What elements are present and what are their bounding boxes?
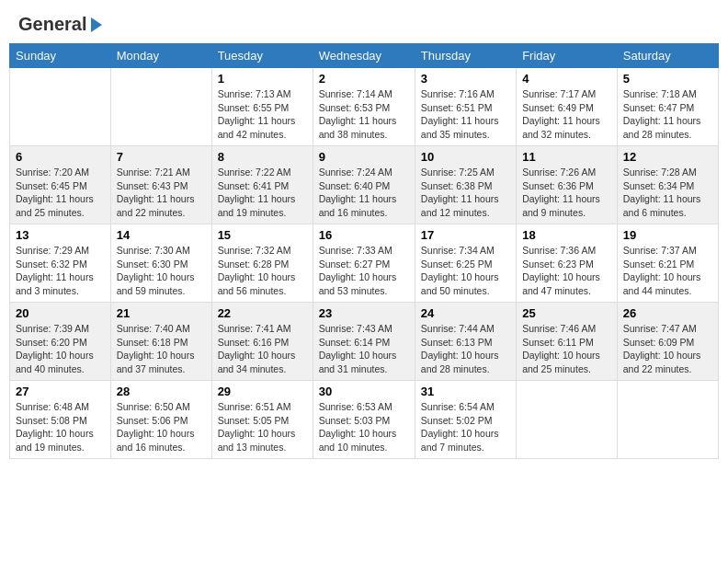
day-info: Sunrise: 7:17 AMSunset: 6:49 PMDaylight:… <box>522 87 611 142</box>
day-info: Sunrise: 7:29 AMSunset: 6:32 PMDaylight:… <box>16 244 105 298</box>
calendar-cell: 20Sunrise: 7:39 AMSunset: 6:20 PMDayligh… <box>10 303 111 381</box>
calendar-cell: 18Sunrise: 7:36 AMSunset: 6:23 PMDayligh… <box>517 224 618 303</box>
calendar-cell <box>517 381 618 459</box>
day-number: 17 <box>421 228 510 242</box>
day-number: 16 <box>319 228 409 242</box>
day-info: Sunrise: 7:13 AMSunset: 6:55 PMDaylight:… <box>218 87 307 142</box>
calendar-cell <box>617 381 718 459</box>
calendar-cell: 10Sunrise: 7:25 AMSunset: 6:38 PMDayligh… <box>415 146 516 224</box>
calendar-week-row: 20Sunrise: 7:39 AMSunset: 6:20 PMDayligh… <box>10 303 719 381</box>
day-info: Sunrise: 6:48 AMSunset: 5:08 PMDaylight:… <box>16 400 105 454</box>
calendar-week-row: 6Sunrise: 7:20 AMSunset: 6:45 PMDaylight… <box>10 146 719 224</box>
day-info: Sunrise: 7:30 AMSunset: 6:30 PMDaylight:… <box>117 244 206 298</box>
day-info: Sunrise: 7:41 AMSunset: 6:16 PMDaylight:… <box>218 322 307 376</box>
day-number: 4 <box>522 72 611 86</box>
day-number: 24 <box>421 306 510 320</box>
calendar-header-row: SundayMondayTuesdayWednesdayThursdayFrid… <box>10 44 719 68</box>
day-number: 12 <box>623 150 712 164</box>
calendar-week-row: 1Sunrise: 7:13 AMSunset: 6:55 PMDaylight… <box>10 68 719 146</box>
calendar-cell: 7Sunrise: 7:21 AMSunset: 6:43 PMDaylight… <box>110 146 211 224</box>
day-number: 15 <box>218 228 307 242</box>
calendar-cell: 17Sunrise: 7:34 AMSunset: 6:25 PMDayligh… <box>415 224 516 303</box>
calendar-week-row: 13Sunrise: 7:29 AMSunset: 6:32 PMDayligh… <box>10 224 719 303</box>
day-info: Sunrise: 7:40 AMSunset: 6:18 PMDaylight:… <box>117 322 206 376</box>
calendar-cell: 28Sunrise: 6:50 AMSunset: 5:06 PMDayligh… <box>110 381 211 459</box>
col-header-thursday: Thursday <box>415 44 516 68</box>
calendar-cell: 21Sunrise: 7:40 AMSunset: 6:18 PMDayligh… <box>110 303 211 381</box>
day-info: Sunrise: 7:22 AMSunset: 6:41 PMDaylight:… <box>218 166 307 220</box>
day-info: Sunrise: 7:16 AMSunset: 6:51 PMDaylight:… <box>421 87 510 142</box>
day-info: Sunrise: 6:51 AMSunset: 5:05 PMDaylight:… <box>218 400 307 454</box>
day-number: 6 <box>16 150 105 164</box>
svg-marker-0 <box>91 17 102 32</box>
calendar-cell: 31Sunrise: 6:54 AMSunset: 5:02 PMDayligh… <box>415 381 516 459</box>
calendar-cell: 27Sunrise: 6:48 AMSunset: 5:08 PMDayligh… <box>10 381 111 459</box>
calendar-cell: 19Sunrise: 7:37 AMSunset: 6:21 PMDayligh… <box>617 224 718 303</box>
day-number: 11 <box>522 150 611 164</box>
day-number: 14 <box>117 228 206 242</box>
day-info: Sunrise: 6:54 AMSunset: 5:02 PMDaylight:… <box>421 400 510 454</box>
calendar-cell: 12Sunrise: 7:28 AMSunset: 6:34 PMDayligh… <box>617 146 718 224</box>
day-number: 26 <box>623 306 712 320</box>
day-number: 7 <box>117 150 206 164</box>
calendar-cell: 6Sunrise: 7:20 AMSunset: 6:45 PMDaylight… <box>10 146 111 224</box>
day-number: 2 <box>319 72 409 86</box>
col-header-sunday: Sunday <box>10 44 111 68</box>
col-header-tuesday: Tuesday <box>211 44 313 68</box>
day-number: 3 <box>421 72 510 86</box>
day-number: 19 <box>623 228 712 242</box>
day-info: Sunrise: 7:18 AMSunset: 6:47 PMDaylight:… <box>623 87 712 142</box>
day-info: Sunrise: 7:47 AMSunset: 6:09 PMDaylight:… <box>623 322 712 376</box>
day-number: 1 <box>218 72 307 86</box>
day-info: Sunrise: 7:14 AMSunset: 6:53 PMDaylight:… <box>319 87 409 142</box>
day-info: Sunrise: 6:50 AMSunset: 5:06 PMDaylight:… <box>117 400 206 454</box>
day-number: 13 <box>16 228 105 242</box>
day-info: Sunrise: 7:33 AMSunset: 6:27 PMDaylight:… <box>319 244 409 298</box>
col-header-friday: Friday <box>517 44 618 68</box>
calendar-cell: 11Sunrise: 7:26 AMSunset: 6:36 PMDayligh… <box>517 146 618 224</box>
day-number: 31 <box>421 385 510 398</box>
day-info: Sunrise: 7:46 AMSunset: 6:11 PMDaylight:… <box>522 322 611 376</box>
col-header-wednesday: Wednesday <box>313 44 415 68</box>
day-number: 23 <box>319 306 409 320</box>
col-header-monday: Monday <box>110 44 211 68</box>
day-info: Sunrise: 7:24 AMSunset: 6:40 PMDaylight:… <box>319 166 409 220</box>
day-number: 21 <box>117 306 206 320</box>
calendar-cell: 23Sunrise: 7:43 AMSunset: 6:14 PMDayligh… <box>313 303 415 381</box>
calendar-cell: 15Sunrise: 7:32 AMSunset: 6:28 PMDayligh… <box>211 224 313 303</box>
day-info: Sunrise: 7:20 AMSunset: 6:45 PMDaylight:… <box>16 166 105 220</box>
day-number: 9 <box>319 150 409 164</box>
day-number: 29 <box>218 385 307 398</box>
calendar-cell: 13Sunrise: 7:29 AMSunset: 6:32 PMDayligh… <box>10 224 111 303</box>
logo-general: General <box>18 14 86 35</box>
calendar-cell: 16Sunrise: 7:33 AMSunset: 6:27 PMDayligh… <box>313 224 415 303</box>
day-info: Sunrise: 7:37 AMSunset: 6:21 PMDaylight:… <box>623 244 712 298</box>
day-number: 10 <box>421 150 510 164</box>
calendar-cell: 30Sunrise: 6:53 AMSunset: 5:03 PMDayligh… <box>313 381 415 459</box>
calendar-cell: 22Sunrise: 7:41 AMSunset: 6:16 PMDayligh… <box>211 303 313 381</box>
page-header: General <box>9 9 719 36</box>
day-number: 25 <box>522 306 611 320</box>
day-info: Sunrise: 7:21 AMSunset: 6:43 PMDaylight:… <box>117 166 206 220</box>
day-number: 28 <box>117 385 206 398</box>
calendar-table: SundayMondayTuesdayWednesdayThursdayFrid… <box>9 43 719 459</box>
day-number: 18 <box>522 228 611 242</box>
day-info: Sunrise: 7:28 AMSunset: 6:34 PMDaylight:… <box>623 166 712 220</box>
day-number: 30 <box>319 385 409 398</box>
calendar-cell: 9Sunrise: 7:24 AMSunset: 6:40 PMDaylight… <box>313 146 415 224</box>
day-number: 20 <box>16 306 105 320</box>
day-info: Sunrise: 7:32 AMSunset: 6:28 PMDaylight:… <box>218 244 307 298</box>
logo: General <box>18 14 106 31</box>
day-info: Sunrise: 7:34 AMSunset: 6:25 PMDaylight:… <box>421 244 510 298</box>
calendar-cell: 2Sunrise: 7:14 AMSunset: 6:53 PMDaylight… <box>313 68 415 146</box>
calendar-cell: 5Sunrise: 7:18 AMSunset: 6:47 PMDaylight… <box>617 68 718 146</box>
day-info: Sunrise: 7:26 AMSunset: 6:36 PMDaylight:… <box>522 166 611 220</box>
calendar-cell: 1Sunrise: 7:13 AMSunset: 6:55 PMDaylight… <box>211 68 313 146</box>
calendar-cell: 14Sunrise: 7:30 AMSunset: 6:30 PMDayligh… <box>110 224 211 303</box>
day-number: 27 <box>16 385 105 398</box>
calendar-cell: 29Sunrise: 6:51 AMSunset: 5:05 PMDayligh… <box>211 381 313 459</box>
day-info: Sunrise: 7:43 AMSunset: 6:14 PMDaylight:… <box>319 322 409 376</box>
day-number: 8 <box>218 150 307 164</box>
logo-arrow-icon <box>87 16 106 34</box>
calendar-cell: 8Sunrise: 7:22 AMSunset: 6:41 PMDaylight… <box>211 146 313 224</box>
